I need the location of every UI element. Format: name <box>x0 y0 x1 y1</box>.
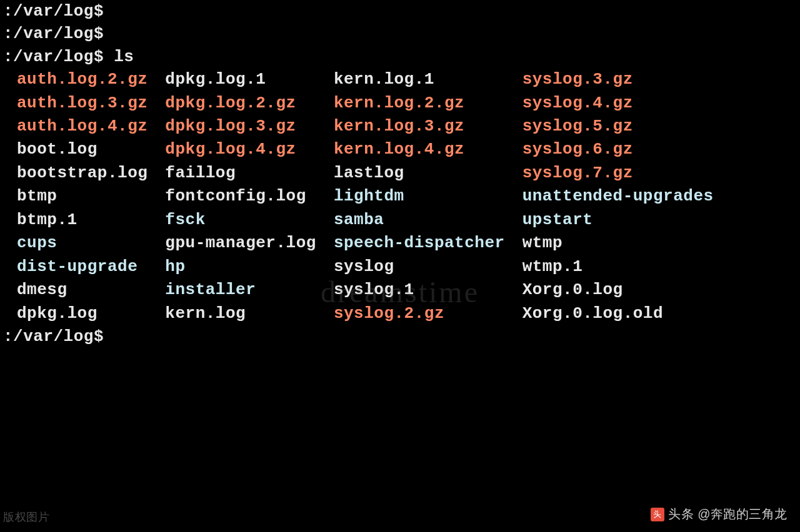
file-entry: auth.log.4.gz <box>17 115 148 138</box>
file-entry: kern.log.2.gz <box>334 92 505 115</box>
attribution-author: @奔跑的三角龙 <box>698 506 788 523</box>
file-entry: kern.log.1 <box>334 68 505 91</box>
file-entry: boot.log <box>17 138 148 161</box>
file-entry: dmesg <box>17 278 148 302</box>
file-entry: samba <box>334 209 505 232</box>
file-entry: dpkg.log <box>17 302 148 325</box>
file-entry: unattended-upgrades <box>522 185 714 208</box>
file-entry: kern.log.4.gz <box>334 138 505 161</box>
file-entry: wtmp.1 <box>522 255 714 278</box>
file-entry: fontconfig.log <box>165 185 316 208</box>
file-entry: wtmp <box>522 232 714 255</box>
terminal-window[interactable]: :/var/log$ :/var/log$ :/var/log$ ls auth… <box>0 0 800 348</box>
prompt-line-ls: :/var/log$ ls <box>3 46 797 68</box>
ls-column-2: dpkg.log.1dpkg.log.2.gzdpkg.log.3.gzdpkg… <box>165 68 316 325</box>
file-entry: syslog.4.gz <box>522 92 714 115</box>
ls-column-3: kern.log.1kern.log.2.gzkern.log.3.gzkern… <box>334 68 505 325</box>
attribution: 头 头条 @奔跑的三角龙 <box>651 506 788 523</box>
ls-column-4: syslog.3.gzsyslog.4.gzsyslog.5.gzsyslog.… <box>522 68 714 325</box>
file-entry: upstart <box>522 209 714 232</box>
file-entry: faillog <box>165 162 316 185</box>
file-entry: syslog.6.gz <box>522 138 714 161</box>
file-entry: kern.log.3.gz <box>334 115 505 138</box>
file-entry: dist-upgrade <box>17 255 148 278</box>
file-entry: dpkg.log.1 <box>165 68 316 91</box>
file-entry: syslog.1 <box>334 278 505 302</box>
file-entry: bootstrap.log <box>17 162 148 185</box>
file-entry: kern.log <box>165 302 316 325</box>
file-entry: hp <box>165 255 316 278</box>
file-entry: Xorg.0.log <box>522 278 714 302</box>
file-entry: Xorg.0.log.old <box>522 302 714 325</box>
file-entry: lightdm <box>334 185 505 208</box>
file-entry: syslog.2.gz <box>334 302 505 325</box>
file-entry: syslog.7.gz <box>522 162 714 185</box>
file-entry: btmp.1 <box>17 209 148 232</box>
file-entry: lastlog <box>334 162 505 185</box>
prompt-line-end: :/var/log$ <box>3 325 797 348</box>
file-entry: syslog.3.gz <box>522 68 714 91</box>
file-entry: gpu-manager.log <box>165 232 316 255</box>
file-entry: dpkg.log.3.gz <box>165 115 316 138</box>
toutiao-icon: 头 <box>651 508 664 521</box>
file-entry: speech-dispatcher <box>334 232 505 255</box>
copyright-label: 版权图片 <box>3 510 49 525</box>
attribution-label: 头条 <box>668 506 694 523</box>
file-entry: btmp <box>17 185 148 208</box>
file-entry: syslog.5.gz <box>522 115 714 138</box>
file-entry: auth.log.2.gz <box>17 68 148 91</box>
prompt-line: :/var/log$ <box>3 0 797 22</box>
ls-column-1: auth.log.2.gzauth.log.3.gzauth.log.4.gzb… <box>17 68 148 325</box>
file-entry: dpkg.log.2.gz <box>165 92 316 115</box>
file-entry: auth.log.3.gz <box>17 92 148 115</box>
file-entry: syslog <box>334 255 505 278</box>
file-entry: installer <box>165 278 316 302</box>
file-entry: fsck <box>165 209 316 232</box>
file-entry: cups <box>17 232 148 255</box>
file-entry: dpkg.log.4.gz <box>165 138 316 161</box>
ls-output: auth.log.2.gzauth.log.3.gzauth.log.4.gzb… <box>3 68 797 325</box>
prompt-line: :/var/log$ <box>3 22 797 45</box>
